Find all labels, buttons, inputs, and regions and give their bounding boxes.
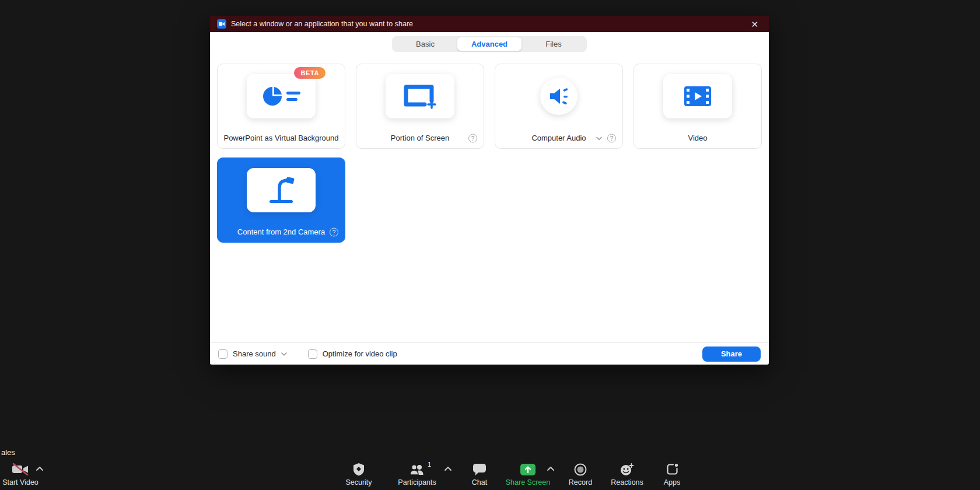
chevron-down-icon[interactable] — [596, 136, 602, 140]
card-powerpoint-virtual-background[interactable]: BETA PowerPoint as Virtual Background — [217, 64, 345, 149]
security-label: Security — [345, 478, 372, 487]
start-video-button[interactable]: Start Video — [2, 463, 38, 487]
video-options-chevron-icon[interactable] — [36, 467, 43, 471]
apps-label: Apps — [664, 478, 681, 487]
security-button[interactable]: Security — [341, 463, 376, 487]
chat-label: Chat — [472, 478, 487, 487]
pie-chart-presentation-icon — [262, 85, 300, 108]
share-options-grid: BETA PowerPoint as Virtual Background — [217, 64, 762, 342]
record-label: Record — [569, 478, 592, 487]
participant-name-tag: ales — [1, 448, 15, 457]
chat-button[interactable]: Chat — [464, 463, 495, 487]
shield-icon — [353, 463, 365, 476]
card-computer-audio[interactable]: Computer Audio ? — [495, 64, 623, 149]
dialog-body: Basic Advanced Files BETA — [210, 32, 769, 365]
reactions-button[interactable]: Reactions — [607, 463, 648, 487]
optimize-video-checkbox[interactable] — [308, 349, 317, 359]
speaker-icon — [549, 88, 569, 105]
reactions-label: Reactions — [611, 478, 643, 487]
share-sound-dropdown-chevron-icon[interactable] — [281, 352, 287, 356]
screen-region-icon — [402, 83, 438, 109]
card-video[interactable]: Video — [634, 64, 762, 149]
participants-button[interactable]: 1 Participants — [393, 463, 442, 487]
beta-badge: BETA — [294, 67, 326, 79]
participants-count-badge: 1 — [428, 461, 431, 468]
reactions-smiley-icon — [620, 463, 634, 476]
zoom-app-icon — [217, 19, 226, 29]
tab-advanced[interactable]: Advanced — [457, 37, 522, 51]
apps-icon — [666, 463, 678, 475]
share-screen-icon — [520, 464, 536, 475]
share-sound-label: Share sound — [233, 349, 276, 358]
participants-label: Participants — [398, 478, 436, 487]
start-video-label: Start Video — [2, 478, 38, 487]
share-screen-options-chevron-icon[interactable] — [547, 467, 554, 471]
card-label: Computer Audio — [531, 134, 586, 142]
help-icon[interactable]: ? — [330, 228, 338, 236]
share-screen-label: Share Screen — [506, 478, 550, 487]
close-icon[interactable]: ✕ — [747, 19, 762, 30]
card-label: Video — [688, 134, 707, 142]
participants-options-chevron-icon[interactable] — [444, 467, 452, 471]
help-icon[interactable]: ? — [607, 134, 616, 142]
share-sound-checkbox[interactable] — [218, 349, 228, 359]
dialog-title: Select a window or an application that y… — [231, 20, 413, 28]
tab-files[interactable]: Files — [522, 37, 586, 51]
tabs-bar: Basic Advanced Files — [210, 36, 769, 52]
chat-bubble-icon — [473, 464, 486, 475]
share-button[interactable]: Share — [702, 346, 761, 362]
card-portion-of-screen[interactable]: Portion of Screen ? — [356, 64, 484, 149]
apps-button[interactable]: Apps — [656, 463, 688, 487]
card-label: Content from 2nd Camera — [237, 228, 325, 236]
tab-basic[interactable]: Basic — [393, 37, 457, 51]
record-button[interactable]: Record — [563, 463, 598, 487]
document-camera-icon — [264, 177, 299, 204]
film-strip-icon — [684, 86, 711, 106]
record-icon — [574, 463, 587, 476]
card-label: Portion of Screen — [391, 134, 449, 142]
participants-icon — [410, 464, 425, 475]
meeting-toolbar: Start Video Security 1 Participants — [0, 459, 980, 490]
video-off-icon — [12, 463, 29, 475]
optimize-video-label: Optimize for video clip — [323, 349, 397, 358]
dialog-footer: Share sound Optimize for video clip Shar… — [210, 342, 769, 365]
card-label: PowerPoint as Virtual Background — [223, 134, 338, 142]
dialog-titlebar: Select a window or an application that y… — [210, 16, 769, 32]
help-icon[interactable]: ? — [468, 134, 477, 142]
card-content-from-2nd-camera[interactable]: Content from 2nd Camera ? — [217, 158, 345, 243]
share-dialog: Select a window or an application that y… — [210, 16, 769, 365]
